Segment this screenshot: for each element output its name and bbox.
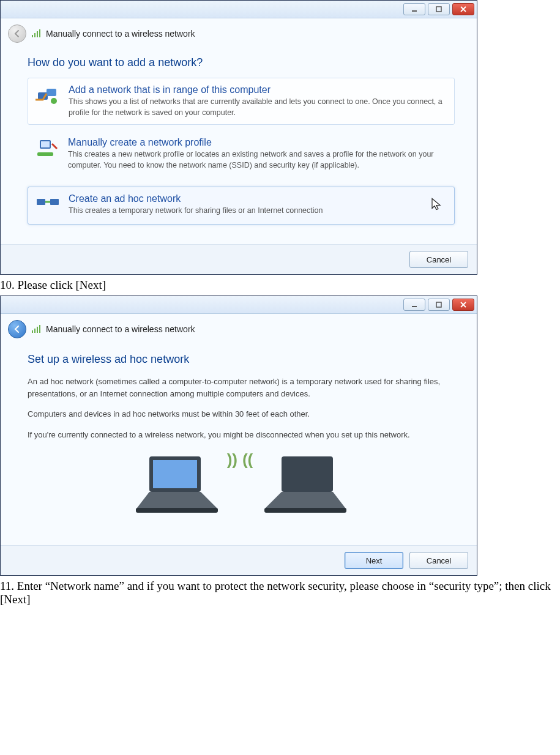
svg-rect-0 bbox=[412, 10, 417, 12]
svg-rect-21 bbox=[153, 460, 197, 488]
svg-rect-18 bbox=[37, 327, 38, 333]
svg-rect-4 bbox=[37, 31, 38, 37]
svg-rect-7 bbox=[47, 89, 56, 96]
option-title: Create an ad hoc network bbox=[69, 193, 447, 204]
svg-rect-25 bbox=[264, 508, 346, 513]
svg-rect-11 bbox=[37, 152, 53, 156]
step-11-caption: 11. Enter “Network name” and if you want… bbox=[0, 579, 560, 606]
svg-rect-1 bbox=[436, 7, 441, 12]
svg-rect-22 bbox=[136, 508, 218, 513]
wizard-header: Manually connect to a wireless network bbox=[1, 314, 477, 343]
step-10-caption: 10. Please click [Next] bbox=[0, 278, 560, 292]
wizard-title: Manually connect to a wireless network bbox=[46, 29, 195, 39]
svg-rect-15 bbox=[436, 302, 441, 307]
option-desc: This shows you a list of networks that a… bbox=[69, 97, 447, 118]
svg-rect-10 bbox=[41, 141, 50, 147]
wizard-window-2: Manually connect to a wireless network S… bbox=[0, 296, 477, 576]
wireless-icon bbox=[31, 29, 41, 38]
wizard-heading: Set up a wireless ad hoc network bbox=[28, 353, 455, 366]
next-button[interactable]: Next bbox=[345, 552, 403, 569]
wizard-title: Manually connect to a wireless network bbox=[46, 324, 195, 334]
svg-rect-24 bbox=[285, 460, 329, 488]
close-button[interactable] bbox=[452, 299, 474, 311]
wizard-footer: Cancel bbox=[1, 244, 477, 274]
option-title: Manually create a network profile bbox=[68, 137, 447, 148]
minimize-button[interactable] bbox=[403, 3, 425, 15]
option-manual-profile[interactable]: Manually create a network profile This c… bbox=[28, 133, 455, 174]
wizard-footer: Next Cancel bbox=[1, 545, 477, 575]
option-add-in-range[interactable]: Add a network that is in range of this c… bbox=[28, 78, 455, 125]
svg-rect-16 bbox=[32, 330, 33, 333]
signal-wave-icon: )) bbox=[242, 450, 253, 469]
laptop-right: )) bbox=[259, 452, 351, 521]
option-desc: This creates a temporary network for sha… bbox=[69, 206, 447, 217]
adhoc-paragraph-1: An ad hoc network (sometimes called a co… bbox=[28, 376, 455, 400]
back-button[interactable] bbox=[8, 24, 26, 43]
svg-rect-12 bbox=[37, 199, 45, 205]
cancel-button[interactable]: Cancel bbox=[409, 251, 468, 268]
profile-icon bbox=[35, 137, 59, 162]
adhoc-paragraph-2: Computers and devices in ad hoc networks… bbox=[28, 408, 455, 420]
option-title: Add a network that is in range of this c… bbox=[69, 84, 447, 95]
svg-rect-14 bbox=[412, 306, 417, 307]
signal-wave-icon: )) bbox=[227, 450, 237, 469]
option-desc: This creates a new network profile or lo… bbox=[68, 149, 447, 171]
cursor-icon bbox=[431, 198, 442, 214]
computers-icon bbox=[35, 84, 60, 109]
close-button[interactable] bbox=[452, 3, 474, 15]
wizard-header: Manually connect to a wireless network bbox=[1, 18, 477, 48]
wizard-window-1: Manually connect to a wireless network H… bbox=[0, 0, 477, 275]
maximize-button[interactable] bbox=[428, 3, 450, 15]
window-titlebar bbox=[1, 296, 477, 314]
back-button[interactable] bbox=[8, 320, 26, 338]
svg-rect-19 bbox=[39, 325, 40, 333]
svg-rect-13 bbox=[50, 199, 59, 205]
option-ad-hoc[interactable]: Create an ad hoc network This creates a … bbox=[28, 187, 455, 225]
cancel-button[interactable]: Cancel bbox=[409, 552, 468, 569]
laptops-illustration: )) )) bbox=[28, 452, 455, 521]
wizard-heading: How do you want to add a network? bbox=[28, 56, 455, 69]
window-titlebar bbox=[1, 1, 477, 18]
svg-point-8 bbox=[51, 98, 57, 104]
svg-rect-3 bbox=[34, 33, 35, 37]
svg-rect-5 bbox=[39, 29, 40, 37]
adhoc-icon bbox=[35, 193, 60, 218]
adhoc-paragraph-3: If you're currently connected to a wirel… bbox=[28, 429, 455, 441]
maximize-button[interactable] bbox=[428, 299, 450, 311]
minimize-button[interactable] bbox=[403, 299, 425, 311]
laptop-left: )) bbox=[131, 452, 223, 521]
wireless-icon bbox=[31, 325, 41, 333]
svg-rect-2 bbox=[32, 35, 33, 37]
svg-rect-17 bbox=[34, 329, 35, 333]
